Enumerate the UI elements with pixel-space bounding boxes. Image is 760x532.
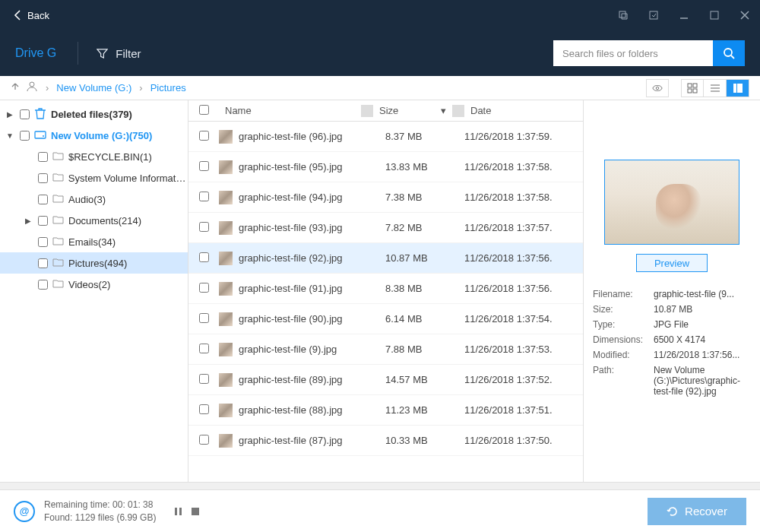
pause-button[interactable] (174, 507, 183, 516)
breadcrumb-item[interactable]: New Volume (G:) (56, 82, 131, 93)
maximize-button[interactable] (699, 0, 730, 30)
file-row[interactable]: graphic-test-file (88).jpg11.23 MB11/26/… (188, 395, 583, 426)
minimize-button[interactable] (669, 0, 699, 30)
drive-tab[interactable]: Drive G (15, 46, 78, 60)
user-icon[interactable] (26, 81, 38, 94)
thumbnail (219, 191, 233, 204)
checkbox[interactable] (38, 280, 48, 290)
file-row[interactable]: graphic-test-file (89).jpg14.57 MB11/26/… (188, 365, 583, 395)
tree-label: Audio(3) (68, 194, 106, 205)
stop-button[interactable] (191, 507, 200, 516)
up-icon[interactable] (11, 82, 20, 93)
folder-icon (52, 194, 64, 205)
window-pin-icon[interactable] (608, 0, 638, 30)
thumbnail (219, 130, 233, 144)
checkbox[interactable] (199, 313, 209, 323)
file-row[interactable]: graphic-test-file (87).jpg10.33 MB11/26/… (188, 426, 583, 456)
file-row[interactable]: graphic-test-file (93).jpg7.82 MB11/26/2… (188, 213, 583, 243)
chevron-right-icon[interactable]: ▶ (5, 110, 15, 119)
sidebar-item[interactable]: Pictures(494) (0, 252, 188, 274)
sidebar-item[interactable]: Emails(34) (0, 231, 188, 252)
checkbox[interactable] (20, 109, 30, 119)
svg-rect-8 (688, 84, 692, 87)
sidebar-item[interactable]: $RECYCLE.BIN(1) (0, 146, 188, 167)
tree-deleted-files[interactable]: ▶ Deleted files(379) (0, 103, 188, 125)
svg-rect-16 (737, 84, 743, 93)
file-row[interactable]: graphic-test-file (95).jpg13.83 MB11/26/… (188, 152, 583, 182)
close-button[interactable] (730, 0, 760, 30)
file-date: 11/26/2018 1:37:57. (464, 222, 583, 233)
thumbnail (219, 221, 233, 235)
filter-button[interactable]: Filter (97, 47, 141, 60)
tree-label: Documents(214) (68, 215, 141, 226)
back-button[interactable]: Back (0, 0, 63, 30)
preview-button[interactable]: Preview (636, 254, 708, 272)
meta-label: Size: (593, 304, 654, 315)
checkbox[interactable] (38, 258, 48, 268)
file-size: 13.83 MB (385, 161, 464, 173)
thumbnail (219, 252, 233, 265)
checkbox[interactable] (199, 435, 209, 445)
view-list-button[interactable] (704, 79, 727, 97)
checkbox[interactable] (199, 283, 209, 293)
file-row[interactable]: graphic-test-file (90).jpg6.14 MB11/26/2… (188, 304, 583, 334)
recover-button[interactable]: Recover (648, 498, 746, 525)
sidebar-item[interactable]: Videos(2) (0, 274, 188, 295)
checkbox[interactable] (199, 374, 209, 384)
checkbox[interactable] (38, 195, 48, 204)
checkbox[interactable] (199, 131, 209, 141)
thumbnail (219, 373, 233, 387)
checkbox[interactable] (199, 192, 209, 201)
file-row[interactable]: graphic-test-file (92).jpg10.87 MB11/26/… (188, 243, 583, 274)
file-size: 7.82 MB (385, 222, 464, 233)
window-settings-icon[interactable] (638, 0, 669, 30)
view-detail-button[interactable] (727, 79, 749, 97)
svg-rect-20 (179, 508, 182, 515)
recover-icon (667, 505, 679, 518)
breadcrumb-item[interactable]: Pictures (150, 82, 186, 93)
checkbox[interactable] (199, 252, 209, 262)
checkbox[interactable] (199, 404, 209, 414)
chevron-down-icon[interactable]: ▼ (5, 131, 15, 140)
tree-label: $RECYCLE.BIN(1) (68, 151, 152, 163)
checkbox[interactable] (199, 222, 209, 232)
column-name[interactable]: Name (219, 105, 361, 116)
horizontal-scrollbar[interactable] (0, 482, 760, 489)
folder-icon (52, 173, 64, 184)
file-list[interactable]: graphic-test-file (96).jpg8.37 MB11/26/2… (188, 122, 583, 482)
preview-toggle[interactable] (646, 79, 669, 97)
chevron-right-icon[interactable]: ▶ (23, 217, 33, 225)
sidebar-item[interactable]: System Volume Information (0, 167, 188, 188)
breadcrumb: › New Volume (G:) › Pictures (0, 76, 760, 100)
file-row[interactable]: graphic-test-file (91).jpg8.38 MB11/26/2… (188, 274, 583, 304)
checkbox[interactable] (199, 161, 209, 171)
select-all-checkbox[interactable] (199, 105, 209, 115)
file-row[interactable]: graphic-test-file (94).jpg7.38 MB11/26/2… (188, 182, 583, 213)
checkbox[interactable] (38, 152, 48, 162)
sidebar-item[interactable]: ▶Documents(214) (0, 210, 188, 231)
search-button[interactable] (713, 40, 745, 66)
sidebar-item[interactable]: Audio(3) (0, 188, 188, 210)
recover-label: Recover (685, 505, 727, 518)
file-row[interactable]: graphic-test-file (96).jpg8.37 MB11/26/2… (188, 122, 583, 152)
column-size[interactable]: Size▾ (373, 105, 452, 116)
checkbox[interactable] (38, 237, 48, 247)
file-name: graphic-test-file (87).jpg (239, 435, 343, 446)
search-input[interactable] (553, 40, 713, 66)
file-name: graphic-test-file (90).jpg (239, 313, 343, 325)
file-size: 10.33 MB (385, 435, 464, 446)
file-row[interactable]: graphic-test-file (9).jpg7.88 MB11/26/20… (188, 334, 583, 365)
view-grid-button[interactable] (681, 79, 704, 97)
tree-new-volume[interactable]: ▼ New Volume (G:)(750) (0, 125, 188, 146)
thumbnail (219, 343, 233, 356)
checkbox[interactable] (38, 173, 48, 183)
file-date: 11/26/2018 1:37:56. (464, 283, 583, 294)
file-date: 11/26/2018 1:37:52. (464, 374, 583, 385)
svg-point-7 (656, 87, 659, 90)
checkbox[interactable] (38, 216, 48, 226)
column-date[interactable]: Date (464, 105, 583, 116)
file-size: 10.87 MB (385, 252, 464, 264)
checkbox[interactable] (20, 131, 30, 141)
checkbox[interactable] (199, 344, 209, 353)
found-count: Found: 1129 files (6.99 GB) (44, 511, 156, 524)
